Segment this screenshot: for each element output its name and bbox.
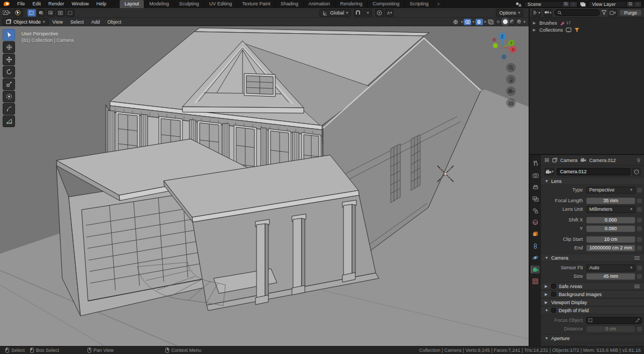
tool-scale[interactable] <box>3 78 15 90</box>
breadcrumb-data[interactable]: Camera.012 <box>589 158 616 163</box>
new-scene-icon[interactable]: ⧉ <box>562 2 569 7</box>
scene-field[interactable]: Scene ⧉ × <box>524 1 577 8</box>
outliner-search[interactable] <box>554 9 600 16</box>
viewport-menu-select[interactable]: Select <box>67 19 87 25</box>
sensor-size-field[interactable]: 45 mm <box>586 273 635 280</box>
shading-dropdown-caret[interactable]: ▾ <box>523 20 525 24</box>
panel-viewport-display-header[interactable]: ▶Viewport Display <box>541 298 644 306</box>
active-tool-icon[interactable] <box>12 9 23 17</box>
animate-dot[interactable] <box>637 266 642 270</box>
menu-window[interactable]: Window <box>68 0 93 8</box>
outliner-item-brushes[interactable]: ▶ Brushes 17 <box>530 19 644 26</box>
options-dropdown[interactable]: Options ▾ <box>496 9 523 17</box>
view-layer-name[interactable]: View Layer <box>589 2 626 7</box>
tab-view-layer[interactable] <box>531 195 540 203</box>
camera-browse-dropdown[interactable]: ▾ <box>545 168 554 175</box>
viewport-menu-object[interactable]: Object <box>104 19 125 25</box>
shading-material-button[interactable] <box>509 19 515 25</box>
animate-dot[interactable] <box>637 246 642 250</box>
tab-object-data[interactable] <box>531 266 540 274</box>
select-mode-subtract[interactable] <box>47 9 55 17</box>
gizmo-z-neg[interactable] <box>502 55 507 60</box>
animate-dot[interactable] <box>637 188 642 193</box>
datablock-name-field[interactable]: Camera.012 <box>557 168 631 175</box>
scene-name[interactable]: Scene <box>524 2 562 7</box>
background-images-checkbox[interactable] <box>551 292 556 297</box>
properties-context-icon[interactable] <box>544 158 550 163</box>
menu-file[interactable]: File <box>13 0 29 8</box>
tab-world[interactable] <box>531 218 540 226</box>
view-layer-field[interactable]: View Layer ⧉ × <box>588 1 642 8</box>
render-pass-icon[interactable] <box>487 19 494 25</box>
gizmo-y-neg[interactable] <box>493 43 498 48</box>
panel-dof-header[interactable]: ▼ Depth of Field <box>541 306 644 314</box>
snap-toggle[interactable] <box>354 9 362 17</box>
tool-select-box[interactable] <box>3 29 15 41</box>
expand-arrow-icon[interactable]: ▶ <box>533 28 537 32</box>
focal-length-field[interactable]: 35 mm <box>586 197 635 204</box>
tool-cursor[interactable] <box>3 41 15 53</box>
shading-rendered-button[interactable] <box>516 19 522 25</box>
viewport-menu-view[interactable]: View <box>49 19 67 25</box>
panel-background-images-header[interactable]: ▶ Background Images <box>541 290 644 298</box>
proportional-editing-toggle[interactable] <box>375 9 384 17</box>
tab-tool[interactable] <box>531 159 540 167</box>
transform-orientation-dropdown[interactable]: Global ▾ <box>319 9 352 17</box>
breadcrumb-object[interactable]: Camera <box>560 158 577 163</box>
tab-scene[interactable] <box>531 206 540 215</box>
tab-animation[interactable]: Animation <box>304 0 335 8</box>
safe-areas-checkbox[interactable] <box>551 284 556 289</box>
snap-settings-dropdown[interactable]: ▾ <box>363 9 372 17</box>
tool-move[interactable] <box>3 54 15 65</box>
clip-end-field[interactable]: 10000000 cm 2 mm <box>586 245 635 252</box>
fake-user-button[interactable] <box>632 168 641 175</box>
tab-shading[interactable]: Shading <box>276 0 304 8</box>
tab-texture[interactable] <box>531 277 540 285</box>
viewport-menu-add[interactable]: Add <box>87 19 104 25</box>
tool-measure[interactable] <box>3 115 15 127</box>
tab-render[interactable] <box>531 171 540 179</box>
animate-dot[interactable] <box>637 226 642 231</box>
expand-arrow-icon[interactable]: ▶ <box>533 21 537 25</box>
pan-button[interactable] <box>506 75 516 84</box>
menu-render[interactable]: Render <box>45 0 68 8</box>
distance-field[interactable]: 0 cm <box>586 326 635 333</box>
search-input[interactable] <box>564 10 596 16</box>
tab-sculpting[interactable]: Sculpting <box>174 0 204 8</box>
shading-wireframe-button[interactable] <box>495 19 501 25</box>
proportional-falloff-dropdown[interactable]: ∧▾ <box>385 9 393 17</box>
editor-type-dropdown[interactable]: ▾ <box>2 9 11 17</box>
tab-output[interactable] <box>531 183 540 191</box>
tool-rotate[interactable] <box>3 66 15 78</box>
outliner-collection-dropdown[interactable]: ▾ <box>609 9 617 17</box>
show-gizmo-dropdown[interactable] <box>452 19 460 25</box>
select-mode-invert[interactable] <box>56 9 65 17</box>
tab-physics[interactable] <box>531 254 540 262</box>
delete-view-layer-icon[interactable]: × <box>634 2 641 7</box>
eyedropper-icon[interactable] <box>635 318 640 323</box>
funnel-filter-icon[interactable] <box>602 10 606 15</box>
type-dropdown[interactable]: Perspective▾ <box>586 187 635 194</box>
mode-dropdown[interactable]: Object Mode ▾ <box>2 18 49 25</box>
tab-modeling[interactable]: Modeling <box>144 0 174 8</box>
shading-solid-button[interactable] <box>502 19 508 25</box>
sensor-fit-dropdown[interactable]: Auto▾ <box>586 264 635 271</box>
tab-object[interactable] <box>531 230 540 238</box>
ortho-toggle-button[interactable] <box>506 98 516 108</box>
animate-dot[interactable] <box>637 327 642 331</box>
panel-aperture-header[interactable]: ▼Aperture <box>541 334 644 342</box>
panel-camera-header[interactable]: ▼Camera <box>541 254 644 262</box>
add-workspace-button[interactable]: + <box>434 1 443 8</box>
shift-x-field[interactable]: 0.000 <box>586 217 635 224</box>
dof-checkbox[interactable] <box>551 308 556 313</box>
zoom-button[interactable] <box>506 63 516 72</box>
tool-annotate[interactable] <box>3 103 15 115</box>
animate-dot[interactable] <box>637 218 642 223</box>
animate-dot[interactable] <box>637 198 642 203</box>
clip-start-field[interactable]: 10 cm <box>586 236 635 243</box>
xray-toggle[interactable] <box>475 19 483 25</box>
tab-uv-editing[interactable]: UV Editing <box>204 0 238 8</box>
select-mode-set[interactable] <box>27 9 36 17</box>
tab-compositing[interactable]: Compositing <box>368 0 405 8</box>
shift-y-field[interactable]: 0.080 <box>586 225 635 232</box>
